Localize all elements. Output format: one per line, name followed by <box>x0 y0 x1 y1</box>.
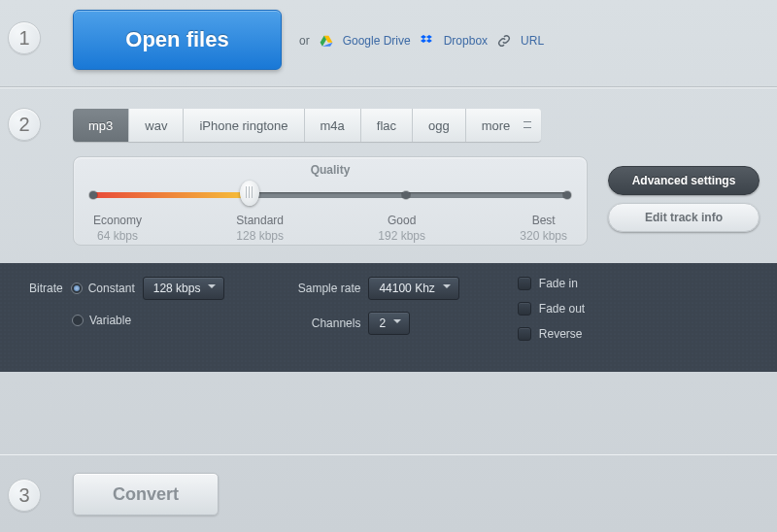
slider-stop-best <box>563 191 571 199</box>
slider-fill <box>93 192 250 198</box>
advanced-panel: Bitrate Constant 128 kbps Variable Sampl… <box>0 263 777 372</box>
step-1-badge: 1 <box>8 21 41 54</box>
step-2-badge: 2 <box>8 108 41 141</box>
slider-stop-good <box>402 191 410 199</box>
fade-in-checkbox[interactable]: Fade in <box>518 277 585 290</box>
quality-label-good: Good192 kbps <box>378 214 425 244</box>
bitrate-label: Bitrate <box>29 282 63 295</box>
link-icon <box>496 33 512 49</box>
step-3-convert: 3 Convert <box>0 454 777 532</box>
google-drive-link[interactable]: Google Drive <box>343 34 411 48</box>
step-1-open-files: 1 Open files or Google Drive Dropbox URL <box>0 0 777 87</box>
samplerate-label: Sample rate <box>283 282 360 295</box>
quality-labels: Economy64 kbps Standard128 kbps Good192 … <box>93 214 567 244</box>
dropbox-icon <box>420 33 435 49</box>
quality-title: Quality <box>74 157 587 177</box>
reverse-checkbox[interactable]: Reverse <box>518 327 585 341</box>
channels-select[interactable]: 2 <box>368 312 410 335</box>
quality-panel: Quality Economy64 kbps Standard128 kbps … <box>73 156 588 246</box>
convert-button[interactable]: Convert <box>73 473 219 515</box>
tab-wav[interactable]: wav <box>129 109 184 142</box>
tab-m4a[interactable]: m4a <box>305 109 361 142</box>
quality-label-economy: Economy64 kbps <box>93 214 142 244</box>
cloud-source-row: or Google Drive Dropbox URL <box>299 33 544 49</box>
quality-label-best: Best320 kbps <box>520 214 567 244</box>
channels-label: Channels <box>283 316 360 330</box>
fade-out-checkbox[interactable]: Fade out <box>518 302 585 316</box>
step-3-badge: 3 <box>8 479 41 512</box>
bitrate-variable-radio[interactable]: Variable <box>72 314 131 327</box>
advanced-settings-button[interactable]: Advanced settings <box>608 166 760 195</box>
google-drive-icon <box>319 33 334 49</box>
format-tabs: mp3 wav iPhone ringtone m4a flac ogg mor… <box>73 109 541 142</box>
quality-slider[interactable] <box>93 188 567 200</box>
or-label: or <box>299 34 310 48</box>
tab-more[interactable]: more <box>466 109 542 142</box>
bitrate-constant-radio[interactable]: Constant <box>71 282 135 295</box>
slider-stop-economy <box>89 191 97 199</box>
step-2-settings: 2 mp3 wav iPhone ringtone m4a flac ogg m… <box>0 87 777 371</box>
dropbox-link[interactable]: Dropbox <box>444 34 488 48</box>
samplerate-select[interactable]: 44100 Khz <box>368 277 458 300</box>
tab-ogg[interactable]: ogg <box>413 109 466 142</box>
quality-label-standard: Standard128 kbps <box>236 214 284 244</box>
tab-iphone-ringtone[interactable]: iPhone ringtone <box>184 109 304 142</box>
bitrate-select[interactable]: 128 kbps <box>143 277 225 300</box>
tab-mp3[interactable]: mp3 <box>73 109 129 142</box>
url-link[interactable]: URL <box>521 34 544 48</box>
edit-track-info-button[interactable]: Edit track info <box>608 203 760 232</box>
tab-flac[interactable]: flac <box>361 109 413 142</box>
slider-handle[interactable] <box>240 181 259 206</box>
open-files-button[interactable]: Open files <box>73 10 282 70</box>
